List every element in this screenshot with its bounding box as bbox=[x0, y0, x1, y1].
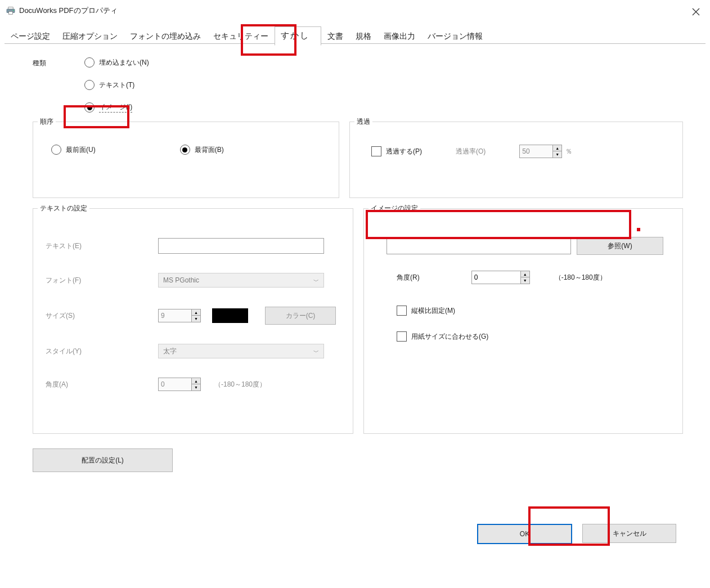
font-dropdown[interactable]: MS PGothic ﹀ bbox=[158, 273, 324, 288]
transparency-unit: ％ bbox=[565, 147, 572, 156]
text-angle-spinner[interactable]: ▲▼ bbox=[158, 378, 201, 391]
spinner-down-icon[interactable]: ▼ bbox=[552, 151, 561, 158]
image-settings-group: イメージの設定 参照(W) 角度(R) ▲▼ （-180～1 bbox=[363, 208, 683, 434]
image-angle-spinner[interactable]: ▲▼ bbox=[471, 271, 530, 284]
tab-page-settings[interactable]: ページ設定 bbox=[5, 28, 56, 46]
style-dropdown[interactable]: 太字 ﹀ bbox=[158, 344, 324, 358]
spinner-down-icon[interactable]: ▼ bbox=[191, 384, 200, 390]
order-group: 順序 最前面(U) 最背面(B) bbox=[33, 122, 339, 198]
radio-kind-image[interactable]: イメージ(I) bbox=[84, 102, 149, 113]
transparency-group: 透過 透過する(P) 透過率(O) ▲▼ ％ bbox=[349, 122, 683, 198]
radio-kind-text[interactable]: テキスト(T) bbox=[84, 80, 149, 90]
kind-label: 種類 bbox=[33, 57, 46, 113]
text-input[interactable] bbox=[158, 238, 324, 254]
radio-order-front[interactable]: 最前面(U) bbox=[51, 145, 96, 155]
text-angle-range: （-180～180度） bbox=[214, 380, 266, 389]
svg-rect-0 bbox=[8, 7, 13, 10]
tab-compression[interactable]: 圧縮オプション bbox=[56, 28, 124, 46]
style-label: スタイル(Y) bbox=[46, 347, 158, 356]
chevron-down-icon: ﹀ bbox=[313, 348, 319, 356]
spinner-down-icon[interactable]: ▼ bbox=[520, 277, 529, 284]
image-angle-label: 角度(R) bbox=[397, 273, 420, 282]
ok-button[interactable]: OK bbox=[477, 524, 572, 544]
svg-point-3 bbox=[13, 10, 14, 11]
chevron-down-icon: ﹀ bbox=[313, 277, 319, 285]
svg-rect-2 bbox=[9, 11, 13, 14]
text-angle-input[interactable] bbox=[159, 378, 191, 390]
size-label: サイズ(S) bbox=[46, 311, 158, 321]
title-bar: DocuWorks PDFのプロパティ bbox=[0, 0, 710, 21]
properties-dialog: DocuWorks PDFのプロパティ ページ設定 圧縮オプション フォントの埋… bbox=[0, 0, 710, 588]
tab-standard[interactable]: 規格 bbox=[349, 28, 378, 46]
tab-content: 種類 埋め込まない(N) テキスト(T) イメージ(I) bbox=[5, 46, 705, 478]
image-path-input[interactable] bbox=[387, 237, 571, 254]
window-title: DocuWorks PDFのプロパティ bbox=[19, 6, 118, 16]
transparency-enable-checkbox[interactable]: 透過する(P) bbox=[371, 146, 422, 156]
cancel-button[interactable]: キャンセル bbox=[582, 524, 676, 543]
dialog-footer: OK キャンセル bbox=[477, 524, 676, 544]
text-settings-legend: テキストの設定 bbox=[38, 204, 89, 213]
size-input[interactable] bbox=[159, 309, 191, 322]
transparency-rate-input[interactable] bbox=[520, 145, 552, 158]
tab-bar: ページ設定 圧縮オプション フォントの埋め込み セキュリティー すかし 文書 規… bbox=[5, 26, 705, 45]
image-angle-input[interactable] bbox=[472, 271, 520, 284]
spinner-up-icon[interactable]: ▲ bbox=[191, 378, 200, 384]
browse-button[interactable]: 参照(W) bbox=[577, 237, 663, 255]
image-settings-legend: イメージの設定 bbox=[369, 204, 420, 213]
tab-security[interactable]: セキュリティー bbox=[207, 28, 275, 46]
tab-image-output[interactable]: 画像出力 bbox=[378, 28, 421, 46]
tab-document[interactable]: 文書 bbox=[321, 28, 349, 46]
keep-aspect-checkbox[interactable]: 縦横比固定(M) bbox=[387, 306, 663, 316]
printer-icon bbox=[6, 7, 16, 15]
font-label: フォント(F) bbox=[46, 276, 158, 285]
transparency-legend: 透過 bbox=[354, 117, 372, 127]
tab-version[interactable]: バージョン情報 bbox=[421, 28, 489, 46]
spinner-down-icon[interactable]: ▼ bbox=[191, 316, 200, 322]
transparency-rate-spinner[interactable]: ▲▼ bbox=[519, 145, 562, 158]
radio-kind-none[interactable]: 埋め込まない(N) bbox=[84, 57, 149, 68]
color-swatch bbox=[212, 308, 248, 323]
tab-font-embed[interactable]: フォントの埋め込み bbox=[124, 28, 207, 46]
color-button[interactable]: カラー(C) bbox=[265, 307, 336, 325]
text-label: テキスト(E) bbox=[46, 241, 158, 251]
order-legend: 順序 bbox=[38, 117, 56, 127]
spinner-up-icon[interactable]: ▲ bbox=[552, 145, 561, 151]
spinner-up-icon[interactable]: ▲ bbox=[191, 309, 200, 316]
image-angle-range: （-180～180度） bbox=[555, 273, 606, 282]
transparency-rate-label: 透過率(O) bbox=[456, 147, 486, 156]
tab-watermark[interactable]: すかし bbox=[275, 26, 321, 46]
radio-order-back[interactable]: 最背面(B) bbox=[180, 145, 224, 155]
text-angle-label: 角度(A) bbox=[46, 380, 158, 389]
text-settings-group: テキストの設定 テキスト(E) フォント(F) MS PGothic ﹀ bbox=[33, 208, 353, 434]
size-spinner[interactable]: ▲▼ bbox=[158, 309, 201, 322]
placement-settings-button[interactable]: 配置の設定(L) bbox=[33, 448, 173, 472]
close-button[interactable] bbox=[690, 6, 702, 18]
fit-paper-checkbox[interactable]: 用紙サイズに合わせる(G) bbox=[387, 331, 663, 342]
spinner-up-icon[interactable]: ▲ bbox=[520, 271, 529, 277]
